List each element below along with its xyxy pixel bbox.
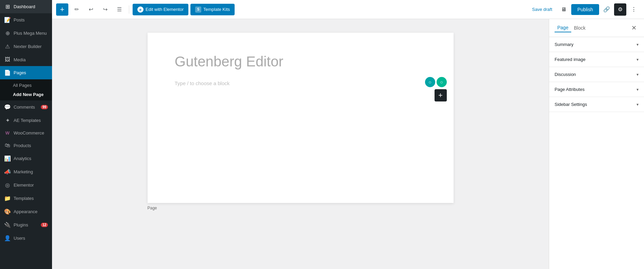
panel-close-button[interactable]: ✕ xyxy=(629,23,639,33)
add-block-canvas-button[interactable]: + xyxy=(435,89,447,101)
pages-icon: 📄 xyxy=(4,69,11,76)
panel-section-discussion: Discussion ▾ xyxy=(549,67,644,82)
sidebar-label-nexter-builder: Nexter Builder xyxy=(14,44,48,49)
sidebar-item-users[interactable]: 👤 Users xyxy=(0,232,52,245)
media-icon: 🖼 xyxy=(4,57,11,63)
list-view-button[interactable]: ☰ xyxy=(113,3,125,16)
sidebar-item-woocommerce[interactable]: W WooCommerce xyxy=(0,127,52,139)
panel-section-discussion-header[interactable]: Discussion ▾ xyxy=(549,67,644,82)
canvas-tool-icons: ○ ○ xyxy=(425,77,447,87)
products-icon: 🛍 xyxy=(4,142,11,148)
page-attributes-chevron: ▾ xyxy=(637,87,639,92)
pencil-icon: ✏ xyxy=(74,6,79,13)
sidebar-item-posts[interactable]: 📝 Posts xyxy=(0,13,52,27)
block-placeholder[interactable]: Type / to choose a block xyxy=(175,80,426,86)
sidebar-item-plus-mega-menu[interactable]: ⊕ Plus Mega Menu xyxy=(0,27,52,40)
settings-button[interactable]: ⚙ xyxy=(614,3,626,16)
comments-badge: 99 xyxy=(41,105,48,109)
tool-circle-green[interactable]: ○ xyxy=(437,77,447,87)
plugins-icon: 🔌 xyxy=(4,222,11,228)
green-tool-icon: ○ xyxy=(440,79,443,85)
analytics-icon: 📊 xyxy=(4,155,11,162)
redo-button[interactable]: ↪ xyxy=(99,3,111,16)
save-draft-label: Save draft xyxy=(532,7,552,12)
sidebar-item-elementor[interactable]: ◎ Elementor xyxy=(0,178,52,192)
undo-icon: ↩ xyxy=(89,6,93,13)
panel-section-featured-image-header[interactable]: Featured image ▾ xyxy=(549,52,644,67)
posts-icon: 📝 xyxy=(4,17,11,23)
edit-with-elementor-label: Edit with Elementor xyxy=(146,7,184,12)
ae-templates-icon: ✦ xyxy=(4,117,11,124)
sidebar-label-users: Users xyxy=(14,236,48,241)
sidebar-item-ae-templates[interactable]: ✦ AE Templates xyxy=(0,114,52,127)
elementor-icon: ◎ xyxy=(4,182,11,188)
right-panel: Page Block ✕ Summary ▾ Featured image xyxy=(549,19,644,269)
tab-block-label: Block xyxy=(574,25,586,31)
tool-circle-teal[interactable]: ○ xyxy=(425,77,435,87)
marketing-icon: 📣 xyxy=(4,169,11,175)
desktop-icon: 🖥 xyxy=(561,6,566,13)
share-icon: 🔗 xyxy=(603,6,610,13)
template-kits-button[interactable]: S Template Kits xyxy=(190,4,235,15)
discussion-chevron: ▾ xyxy=(637,72,639,77)
discussion-label: Discussion xyxy=(555,72,576,77)
sidebar-sub-all-pages[interactable]: All Pages xyxy=(0,81,52,90)
sidebar-item-analytics[interactable]: 📊 Analytics xyxy=(0,152,52,165)
plus-icon: + xyxy=(60,6,65,13)
sidebar-item-marketing[interactable]: 📣 Marketing xyxy=(0,165,52,178)
sidebar-label-media: Media xyxy=(14,57,48,62)
sidebar-item-media[interactable]: 🖼 Media xyxy=(0,53,52,66)
settings-icon: ⚙ xyxy=(618,6,623,13)
save-draft-button[interactable]: Save draft xyxy=(529,4,556,15)
edit-with-elementor-button[interactable]: e Edit with Elementor xyxy=(133,4,188,15)
sidebar: ⊞ Dashboard 📝 Posts ⊕ Plus Mega Menu ⚠ N… xyxy=(0,0,52,269)
templates-icon: 📁 xyxy=(4,195,11,202)
sidebar-item-appearance[interactable]: 🎨 Appearance xyxy=(0,205,52,218)
sidebar-item-pages[interactable]: 📄 Pages xyxy=(0,66,52,79)
more-options-button[interactable]: ⋮ xyxy=(628,3,640,16)
panel-section-sidebar-settings: Sidebar Settings ▾ xyxy=(549,97,644,112)
sidebar-item-plugins[interactable]: 🔌 Plugins 12 xyxy=(0,218,52,232)
sidebar-label-plugins: Plugins xyxy=(14,222,38,227)
editor-area: Gutenberg Editor Type / to choose a bloc… xyxy=(52,19,644,269)
tab-page[interactable]: Page xyxy=(555,23,571,32)
appearance-icon: 🎨 xyxy=(4,208,11,215)
panel-section-sidebar-settings-header[interactable]: Sidebar Settings ▾ xyxy=(549,97,644,112)
panel-section-page-attributes-header[interactable]: Page Attributes ▾ xyxy=(549,82,644,97)
users-icon: 👤 xyxy=(4,235,11,241)
sidebar-item-comments[interactable]: 💬 Comments 99 xyxy=(0,100,52,114)
panel-section-summary: Summary ▾ xyxy=(549,37,644,52)
sidebar-item-dashboard[interactable]: ⊞ Dashboard xyxy=(0,0,52,13)
nexter-builder-icon: ⚠ xyxy=(4,43,11,50)
sidebar-label-plus-mega-menu: Plus Mega Menu xyxy=(14,31,48,36)
template-kits-label: Template Kits xyxy=(203,7,230,12)
publish-button[interactable]: Publish xyxy=(571,4,599,15)
more-options-icon: ⋮ xyxy=(631,6,637,13)
sidebar-label-ae-templates: AE Templates xyxy=(14,118,48,123)
canvas-tools: ○ ○ + xyxy=(425,77,447,101)
panel-section-page-attributes: Page Attributes ▾ xyxy=(549,82,644,97)
sidebar-label-analytics: Analytics xyxy=(14,156,48,161)
sidebar-label-woocommerce: WooCommerce xyxy=(14,130,48,136)
featured-image-label: Featured image xyxy=(555,57,586,62)
pencil-button[interactable]: ✏ xyxy=(70,3,83,16)
desktop-preview-button[interactable]: 🖥 xyxy=(558,3,570,16)
woocommerce-icon: W xyxy=(4,130,11,136)
page-attributes-label: Page Attributes xyxy=(555,87,584,92)
tab-block[interactable]: Block xyxy=(571,24,588,32)
panel-section-summary-header[interactable]: Summary ▾ xyxy=(549,37,644,52)
sidebar-settings-chevron: ▾ xyxy=(637,102,639,107)
undo-button[interactable]: ↩ xyxy=(85,3,97,16)
redo-icon: ↪ xyxy=(103,6,107,13)
sidebar-label-elementor: Elementor xyxy=(14,183,48,188)
sidebar-item-nexter-builder[interactable]: ⚠ Nexter Builder xyxy=(0,40,52,53)
comments-icon: 💬 xyxy=(4,104,11,110)
page-title-input[interactable]: Gutenberg Editor xyxy=(175,53,426,70)
add-block-button[interactable]: + xyxy=(56,3,68,16)
sidebar-item-products[interactable]: 🛍 Products xyxy=(0,139,52,152)
sidebar-sub-add-new-page[interactable]: Add New Page xyxy=(0,90,52,99)
plus-mega-menu-icon: ⊕ xyxy=(4,30,11,36)
toolbar: + ✏ ↩ ↪ ☰ e Edit with Elementor S Templa… xyxy=(52,0,644,19)
share-button[interactable]: 🔗 xyxy=(600,3,613,16)
sidebar-item-templates[interactable]: 📁 Templates xyxy=(0,192,52,205)
